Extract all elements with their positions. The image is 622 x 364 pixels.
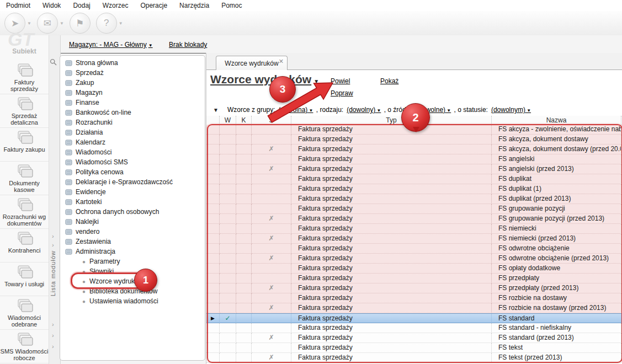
module-bar-item[interactable]: Sprzedaż detaliczna [0,94,49,128]
filter-icon[interactable]: ▼ [213,107,219,113]
table-row[interactable]: ✗ Faktura sprzedaży FS tekst (przed 2013… [206,353,621,363]
tree-item[interactable]: Deklaracje i e-Sprawozdawczość [60,177,205,187]
tree-item[interactable]: Sprzedaż [60,68,205,78]
tree-item[interactable]: Wiadomości SMS [60,157,205,167]
module-bar-item[interactable]: Rozrachunki wg dokumentów [0,195,49,229]
tree-item[interactable]: Ewidencje [60,187,205,197]
tree-item[interactable]: Administracja [60,247,205,256]
table-row[interactable]: Faktura sprzedaży FS opłaty dodatkowe [206,264,621,274]
tree-item[interactable]: Finanse [60,98,205,108]
tree-item[interactable]: Działania [60,127,205,137]
column-header[interactable]: S [252,116,291,125]
tree-item[interactable]: Zestawienia [60,237,205,247]
table-row[interactable]: Faktura sprzedaży FS duplikat (przed 201… [206,194,621,204]
toolbar-button[interactable]: ? ▼ [96,13,123,34]
tree-subitem[interactable]: ● Parametry [60,256,205,266]
table-row[interactable]: ✗ Faktura sprzedaży FS akcyza, dokument … [206,144,621,154]
table-row[interactable]: Faktura sprzedaży FS odwrotne obciążenie [206,244,621,254]
tree-item[interactable]: Magazyn [60,88,205,98]
menu-item[interactable]: Widok [36,0,67,11]
table-row[interactable]: Faktura sprzedaży FS tekst [206,343,621,353]
table-row[interactable]: Faktura sprzedaży FS akcyza - zwolnienie… [206,125,621,135]
chevron-icon[interactable]: › [52,233,54,239]
chevron-icon[interactable]: › [52,321,54,328]
help-icon[interactable]: ? [96,13,117,34]
powiel-link[interactable]: Powiel [331,77,350,85]
menu-item[interactable]: Narzędzia [173,0,215,11]
chevron-down-icon[interactable]: ▼ [27,21,31,26]
tree-item[interactable]: Rozrachunki [60,117,205,127]
column-header[interactable] [206,116,220,125]
table-row[interactable]: ✗ Faktura sprzedaży FS przedpłaty (przed… [206,283,621,293]
column-header[interactable]: Typ [291,116,492,125]
module-bar-item[interactable]: Faktury zakupu [0,128,49,162]
table-row[interactable]: Faktura sprzedaży FS duplikat (1) [206,184,621,194]
tab-wzorce-wydrukow[interactable]: Wzorce wydruków ✕ [216,56,288,70]
tree-subitem[interactable]: ● Wzorce wydruków [60,276,205,286]
tree-item[interactable]: Zakup [60,78,205,88]
pokaz-link[interactable]: Pokaż [380,77,398,85]
tree-item[interactable]: Naklejki [60,217,205,227]
table-row[interactable]: ✗ Faktura sprzedaży FS grupowanie pozycj… [206,214,621,224]
tree-subitem[interactable]: ● Ustawienia wiadomości [60,296,205,306]
tree-item[interactable]: Kartoteki [60,197,205,207]
tree-subitem[interactable]: ● Słowniki [60,266,205,276]
table-row[interactable]: ✗ Faktura sprzedaży FS angielski (przed … [206,164,621,174]
menu-item[interactable]: Pomoc [215,0,248,11]
table-row[interactable]: Faktura sprzedaży FS rozbicie na dostawy [206,293,621,303]
module-bar-item[interactable]: Wiadomości odebrane [0,296,49,330]
table-row[interactable]: Faktura sprzedaży FS standard - niefiska… [206,323,621,333]
table-row[interactable]: ▶ ✓ Faktura sprzedaży FS standard [206,313,621,323]
chevron-icon[interactable]: › [52,242,54,248]
table-row[interactable]: Faktura sprzedaży FS angielski [206,154,621,164]
tree-item[interactable]: Polityka cenowa [60,167,205,177]
toolbar-button[interactable]: ⚑ ▼ [70,13,91,34]
menu-item[interactable]: Wzorzec [97,0,135,11]
table-row[interactable]: Faktura sprzedaży FS duplikat [206,174,621,184]
table-row[interactable]: ✗ Faktura sprzedaży FS niemiecki (przed … [206,234,621,244]
tree-subitem[interactable]: ● Biblioteka dokumentów [60,286,205,296]
filter-segment[interactable]: (dowolne) [416,106,451,114]
filter-segment[interactable]: (dowolnym) [491,106,531,114]
filter-segment[interactable]: , rodzaju: [314,106,343,114]
table-row[interactable]: ✗ Faktura sprzedaży FS rozbicie na dosta… [206,303,621,313]
module-bar-item[interactable]: Faktury sprzedaży [0,61,49,94]
menu-item[interactable]: Podmiot [0,0,36,11]
send-icon[interactable]: ✉ [37,13,58,34]
module-bar-item[interactable]: Kontrahenci [0,229,49,263]
column-header[interactable]: Nazwa [492,116,621,125]
column-header[interactable]: K [236,116,252,125]
close-icon[interactable]: ✕ [279,58,284,65]
popraw-link[interactable]: Popraw [331,89,353,97]
tree-item[interactable]: Bankowość on-line [60,108,205,117]
table-row[interactable]: Faktura sprzedaży FS przedpłaty [206,274,621,283]
table-row[interactable]: ✗ Faktura sprzedaży FS standard (przed 2… [206,333,621,343]
chevron-down-icon[interactable]: ▼ [60,21,64,26]
menu-item[interactable]: Dodaj [67,0,96,11]
modules-strip[interactable]: Lista modułów › › › › › › [49,35,61,364]
table-row[interactable]: Faktura sprzedaży FS akcyza, dokument do… [206,135,621,144]
filter-segment[interactable]: Wzorce z grupy: [227,106,275,114]
tree-item[interactable]: Wiadomości [60,147,205,157]
filter-segment[interactable]: , o źródle: [382,106,413,114]
tree-item[interactable]: Ochrona danych osobowych [60,207,205,217]
tree-item[interactable]: Kalendarz [60,137,205,147]
flag-icon[interactable]: ⚑ [70,13,91,34]
table-row[interactable]: ✗ Faktura sprzedaży FS odwrotne obciążen… [206,254,621,264]
blokada-link[interactable]: Brak blokady [169,41,207,49]
filter-segment[interactable]: (dowolny) [347,106,381,114]
column-header[interactable]: W [220,116,236,125]
tree-item[interactable]: vendero [60,227,205,237]
tree-item[interactable]: Strona główna [60,58,205,68]
menu-item[interactable]: Operacje [134,0,173,11]
filter-segment[interactable]: , o statusie: [452,106,488,114]
chevron-down-icon[interactable]: ▼ [119,21,123,26]
magazyn-selector[interactable]: Magazyn: - MAG - Główny▼ [69,41,153,49]
page-title-menu[interactable]: Wzorce wydruków▼ [210,73,319,86]
chevron-icon[interactable]: › [52,332,54,339]
table-row[interactable]: Faktura sprzedaży FS grupowanie pozycji [206,204,621,214]
toolbar-button[interactable]: ✉ ▼ [37,13,64,34]
module-bar-item[interactable]: SMS Wiadomości robocze [0,330,49,363]
chevron-icon[interactable]: › [52,250,54,257]
module-bar-item[interactable]: Dokumenty kasowe [0,162,49,195]
